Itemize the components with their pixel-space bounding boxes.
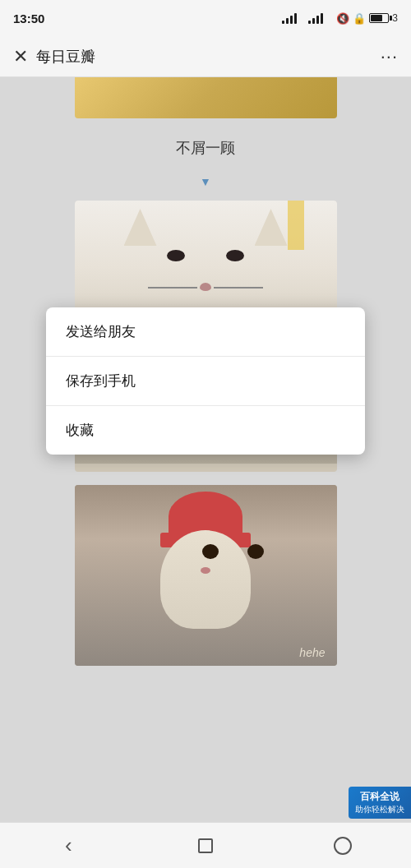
lock-icon: 🔒 (353, 12, 366, 25)
menu-item-save[interactable]: 保存到手机 (46, 357, 365, 406)
menu-item-send[interactable]: 发送给朋友 (46, 307, 365, 357)
back-icon[interactable]: ‹ (65, 833, 72, 858)
battery-percent: 3 (392, 12, 398, 24)
whisker-left (148, 287, 197, 289)
top-image-partial (75, 77, 337, 118)
bottom-nav: ‹ (0, 822, 411, 868)
cat-ear-left (124, 209, 157, 246)
watermark-badge: 百科全说 助你轻松解决 (349, 787, 411, 819)
nav-title: 每日豆瓣 (36, 47, 95, 67)
sad-eye-right (247, 544, 264, 559)
context-menu: 发送给朋友 保存到手机 收藏 (46, 307, 365, 455)
hehe-text: hehe (299, 646, 325, 659)
cat-whiskers (75, 287, 337, 289)
menu-item-collect[interactable]: 收藏 (46, 406, 365, 455)
signal-icon-1 (282, 12, 297, 24)
cat-ears (75, 209, 337, 246)
recent-apps-button[interactable] (189, 829, 222, 862)
cat-eyes (75, 250, 337, 261)
sad-nose (201, 567, 210, 574)
whisker-right (214, 287, 263, 289)
close-button[interactable]: ✕ 每日豆瓣 (13, 46, 95, 67)
cat-eye-left (167, 250, 185, 261)
main-text: 不屑一顾 (176, 140, 235, 156)
cat-ear-right (255, 209, 288, 246)
back-button[interactable]: ‹ (52, 829, 85, 862)
battery-icon (369, 13, 389, 23)
more-icon[interactable]: ··· (381, 46, 398, 67)
volume-icon: 🔇 (336, 12, 349, 25)
home-button[interactable] (326, 829, 359, 862)
sad-cat-bg: hehe (75, 485, 337, 666)
top-nav: ✕ 每日豆瓣 ··· (0, 36, 411, 77)
status-bar: 13:50 🔇 🔒 3 (0, 0, 411, 36)
signal-icon-2 (308, 12, 323, 24)
cat-eye-right (226, 250, 244, 261)
home-icon[interactable] (334, 837, 352, 855)
close-icon[interactable]: ✕ (13, 46, 28, 67)
watermark-line2: 助你轻松解决 (355, 804, 404, 815)
status-time: 13:50 (13, 12, 44, 25)
sad-eye-left (202, 544, 219, 559)
square-icon[interactable] (198, 838, 213, 853)
content-area: 不屑一顾 发送给朋友 保存到手机 收藏 (0, 77, 411, 868)
meme-image-2: hehe (75, 485, 337, 666)
watermark-line1: 百科全说 (355, 790, 404, 804)
text-section: 不屑一顾 (0, 118, 411, 171)
more-button[interactable]: ··· (381, 46, 398, 67)
status-icons: 🔇 🔒 3 (282, 12, 398, 25)
triangle-down (0, 174, 411, 189)
